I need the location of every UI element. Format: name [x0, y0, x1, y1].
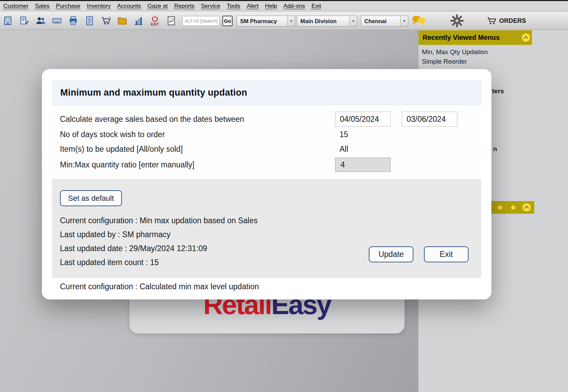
dialog-header: Minimum and maximum quantity updation — [52, 80, 481, 105]
chevron-down-icon[interactable]: ▼ — [400, 16, 408, 26]
dialog-footer-line: Current configuration : Calculated min m… — [52, 278, 481, 296]
folder-icon[interactable] — [116, 13, 128, 28]
menu-item-gaze-at[interactable]: Gaze at — [147, 3, 168, 10]
update-button[interactable]: Update — [369, 246, 413, 262]
menu-item-service[interactable]: Service — [201, 3, 220, 10]
current-config-line: Current configuration : Min max updation… — [60, 214, 473, 228]
orders-button[interactable]: ORDERS — [487, 17, 526, 25]
company-icon[interactable] — [2, 13, 14, 28]
menu-item-exit[interactable]: Exit — [312, 3, 321, 10]
collapse-button[interactable] — [521, 33, 531, 44]
menu-bar: Customer Sales Purchase Inventory Accoun… — [0, 1, 568, 11]
days-label: No of days stock wish to order — [60, 130, 335, 139]
sidebar-item-simple-reorder[interactable]: Simple Reorder — [422, 58, 488, 65]
minmax-dialog: Minimum and maximum quantity updation Ca… — [42, 69, 491, 299]
favorite-star-icon[interactable] — [495, 203, 504, 212]
recently-viewed-header: Recently Viewed Menus — [419, 30, 532, 45]
keyboard-icon[interactable] — [51, 13, 63, 28]
menu-item-add-ons[interactable]: Add-ons — [283, 3, 305, 10]
exit-label: EXIT — [151, 22, 159, 26]
sidebar-item-min-max-qty-updation[interactable]: Min, Max Qty Updation — [422, 48, 488, 56]
exit-power-icon[interactable]: EXIT — [149, 13, 161, 28]
menu-item-alert[interactable]: Alert — [247, 3, 258, 10]
menu-item-customer[interactable]: Customer — [3, 3, 29, 10]
menu-item-tools[interactable]: Tools — [227, 3, 240, 10]
sidebar-item-partial[interactable]: ters — [492, 87, 504, 95]
sales-cart-icon[interactable] — [100, 13, 112, 28]
location-dropdown-value: Chennai — [361, 16, 400, 26]
toolbar: EXIT Go SM Pharmacy ▼ Main Division ▼ Ch… — [0, 12, 568, 30]
customers-icon[interactable] — [35, 13, 46, 28]
search-input[interactable] — [182, 16, 220, 26]
items-label: Item(s) to be updated [All/only sold] — [60, 145, 335, 154]
document-icon[interactable] — [84, 13, 95, 28]
recently-viewed-title: Recently Viewed Menus — [423, 34, 500, 42]
company-dropdown-value: SM Pharmacy — [237, 16, 287, 26]
menu-item-reports[interactable]: Reports — [174, 3, 194, 10]
field-row-items: Item(s) to be updated [All/only sold] Al… — [60, 142, 473, 157]
company-dropdown[interactable]: SM Pharmacy ▼ — [237, 16, 295, 27]
menu-item-purchase[interactable]: Purchase — [56, 3, 80, 10]
division-dropdown-value: Main Division — [297, 16, 349, 26]
field-row-dates: Calculate average sales based on the dat… — [60, 111, 473, 127]
toolbar-icon-group: EXIT — [2, 12, 177, 30]
field-row-ratio: Min:Max quantity ratio [enter manually] — [60, 157, 473, 173]
recently-viewed-list: Min, Max Qty Updation Simple Reorder — [422, 48, 488, 65]
go-button[interactable]: Go — [222, 16, 233, 26]
location-dropdown[interactable]: Chennai ▼ — [361, 16, 408, 27]
chevron-down-icon[interactable]: ▼ — [287, 16, 295, 26]
dialog-config-section: Set as default Current configuration : M… — [52, 180, 481, 277]
printer-icon[interactable] — [67, 13, 79, 28]
dialog-fields: Calculate average sales based on the dat… — [52, 105, 481, 179]
favorite-star-icon[interactable] — [509, 203, 518, 212]
chart-icon[interactable] — [133, 13, 144, 28]
set-as-default-button[interactable]: Set as default — [60, 190, 122, 206]
chevron-down-icon[interactable]: ▼ — [349, 16, 357, 26]
chat-bubbles-icon[interactable] — [411, 15, 426, 28]
menu-item-help[interactable]: Help — [265, 3, 277, 10]
menu-item-inventory[interactable]: Inventory — [87, 3, 111, 10]
chevron-up-icon — [521, 33, 531, 42]
exit-button[interactable]: Exit — [424, 246, 469, 262]
days-value: 15 — [335, 130, 348, 139]
chevron-up-circle-icon[interactable] — [522, 203, 531, 212]
items-value: All — [335, 145, 348, 154]
menu-item-accounts[interactable]: Accounts — [117, 3, 141, 10]
date-to-input[interactable] — [402, 112, 457, 127]
billing-icon[interactable] — [18, 13, 30, 28]
ratio-label: Min:Max quantity ratio [enter manually] — [60, 160, 335, 169]
sidebar-item-partial[interactable]: n — [493, 145, 497, 153]
field-row-days: No of days stock wish to order 15 — [60, 127, 473, 142]
menu-item-sales[interactable]: Sales — [35, 3, 50, 10]
orders-label: ORDERS — [499, 17, 526, 24]
last-updated-by-line: Last updated by : SM pharmacy — [60, 228, 473, 242]
dialog-title: Minimum and maximum quantity updation — [60, 87, 247, 98]
gear-icon[interactable] — [450, 14, 464, 29]
dates-label: Calculate average sales based on the dat… — [60, 115, 335, 124]
division-dropdown[interactable]: Main Division ▼ — [297, 16, 357, 27]
ratio-input[interactable] — [335, 158, 391, 172]
date-from-input[interactable] — [335, 112, 391, 127]
cart-icon — [487, 17, 496, 25]
report-icon[interactable] — [165, 13, 177, 28]
